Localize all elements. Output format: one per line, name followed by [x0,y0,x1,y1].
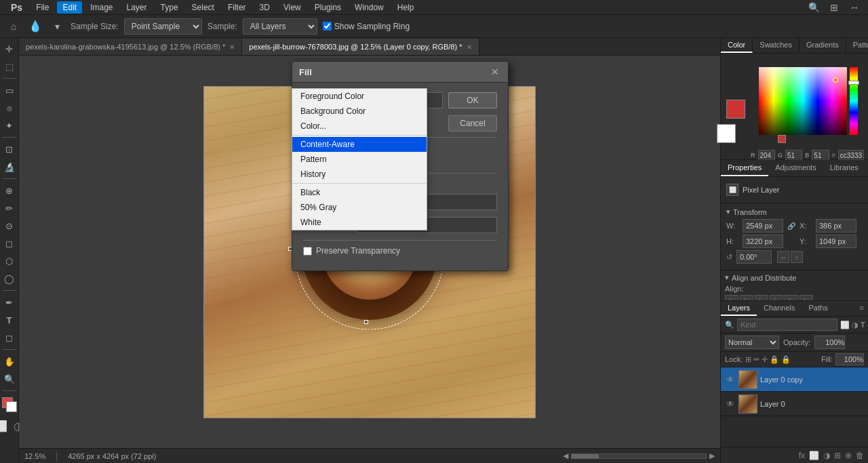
r-value[interactable]: 204 [758,150,775,161]
layer-vis-1[interactable]: 👁 [725,399,736,409]
dropdown-pattern[interactable]: Pattern [292,152,427,167]
layer-mask-btn[interactable]: ⬜ [809,451,819,460]
menu-view[interactable]: View [278,1,307,14]
libraries-tab[interactable]: Libraries [823,160,865,176]
adjustments-tab[interactable]: Adjustments [768,160,823,176]
move-tool[interactable]: ✛ [1,41,18,57]
magic-wand-tool[interactable]: ✦ [1,117,18,134]
x-input[interactable] [816,219,856,233]
foreground-background-colors[interactable] [2,397,17,412]
layer-adjustment-btn[interactable]: ◑ [823,451,830,460]
flip-v-btn[interactable]: ↕ [791,251,803,263]
layer-item-1[interactable]: 👁 Layer 0 [721,392,868,416]
layer-group-btn[interactable]: ⊞ [834,451,841,460]
window-controls-icon[interactable]: ↔ [846,0,863,16]
align-top-btn[interactable]: ⬛ [770,295,783,300]
paint-bucket-tool[interactable]: ⬡ [1,253,18,269]
dropdown-white[interactable]: White [292,215,427,230]
link-proportions-icon[interactable]: 🔗 [787,222,795,230]
brush-tool[interactable]: ✏ [1,200,18,216]
lock-transparency-icon[interactable]: ⊞ [745,355,751,364]
dropdown-foreground[interactable]: Foreground Color [292,89,427,104]
menu-file[interactable]: File [31,1,54,14]
pen-tool[interactable]: ✒ [1,294,18,310]
tab-1[interactable]: pexels-karolina-grabowska-4195613.jpg @ … [19,39,242,55]
lock-position-icon[interactable]: ✛ [762,355,768,364]
ok-button[interactable]: OK [448,92,497,108]
align-right-btn[interactable]: ⬛ [755,295,768,300]
layer-item-0[interactable]: 👁 Layer 0 copy [721,367,868,392]
angle-input[interactable] [736,250,772,264]
menu-help[interactable]: Help [392,1,420,14]
align-distribute-header[interactable]: ▾ Align and Distribute [725,273,864,282]
shape-tool[interactable]: ◻ [1,329,18,346]
transform-header[interactable]: ▾ Transform [726,207,863,216]
lock-pixels-icon[interactable]: ✏ [753,355,760,364]
menu-image[interactable]: Image [85,1,118,14]
dropdown-content-aware[interactable]: Content-Aware [292,137,427,152]
blend-mode-select[interactable]: Normal Multiply Screen [725,336,779,349]
search-icon[interactable]: 🔍 [806,0,822,16]
hand-tool[interactable]: ✋ [1,353,18,369]
tab-1-close[interactable]: ✕ [229,43,235,51]
marquee-tool[interactable]: ▭ [1,82,18,98]
hex-value[interactable]: cc3333 [838,150,864,161]
dropdown-black[interactable]: Black [292,185,427,200]
menu-filter[interactable]: Filter [222,1,252,14]
w-input[interactable] [743,219,783,233]
scroll-left-btn[interactable]: ◀ [563,451,568,460]
layers-filter-input[interactable] [737,319,837,331]
layer-fx-btn[interactable]: fx [799,451,805,460]
dropdown-background[interactable]: Background Color [292,104,427,119]
eyedropper-tool-icon[interactable]: 💧 [27,18,43,35]
menu-ps[interactable]: Ps [5,1,28,14]
sample-size-select[interactable]: Point Sample 3 by 3 Average 5 by 5 Avera… [124,18,202,35]
text-tool[interactable]: T [1,312,18,328]
cancel-button[interactable]: Cancel [448,115,497,132]
menu-plugins[interactable]: Plugins [309,1,347,14]
align-bottom-btn[interactable]: ⬛ [800,295,813,300]
tab-2-close[interactable]: ✕ [467,43,472,51]
layers-tab[interactable]: Layers [721,301,757,316]
background-color[interactable] [6,401,17,412]
artboard-tool[interactable]: ⬚ [1,58,18,75]
patterns-tab[interactable]: Patterns [846,38,868,53]
home-icon[interactable]: ⌂ [5,18,22,35]
align-center-h-btn[interactable]: ⬛ [740,295,753,300]
filter-adjust-icon[interactable]: ◑ [852,321,859,329]
crop-tool[interactable]: ⊡ [1,141,18,157]
channels-tab[interactable]: Channels [757,301,802,316]
mask-icon[interactable]: ⬜ [0,418,9,434]
fill-input[interactable] [835,353,864,365]
background-swatch[interactable] [717,124,736,143]
layer-delete-btn[interactable]: 🗑 [856,451,864,460]
arrange-icon[interactable]: ⊞ [826,0,842,16]
dodge-tool[interactable]: ◯ [1,270,18,287]
layers-panel-menu[interactable]: ≡ [856,301,868,316]
opacity-input[interactable] [814,336,845,349]
filter-pixel-icon[interactable]: ⬜ [840,321,850,329]
layer-new-btn[interactable]: ⊕ [845,451,852,460]
filter-type-icon[interactable]: T [861,321,865,329]
show-sampling-ring-checkbox[interactable]: Show Sampling Ring [323,22,410,31]
align-left-btn[interactable]: ⬛ [725,295,738,300]
menu-3d[interactable]: 3D [254,1,275,14]
y-input[interactable] [816,235,856,248]
contents-dropdown[interactable]: Foreground Color Background Color Color.… [292,88,427,230]
web-safe-icon[interactable] [778,135,786,143]
properties-tab[interactable]: Properties [721,160,768,176]
menu-window[interactable]: Window [349,1,389,14]
scroll-right-btn[interactable]: ▶ [709,451,715,460]
g-value[interactable]: 51 [785,150,802,161]
b-value[interactable]: 51 [812,150,829,161]
gradients-tab[interactable]: Gradients [800,38,846,53]
paths-tab[interactable]: Paths [802,301,835,316]
color-tab[interactable]: Color [721,38,753,53]
lock-artboard-icon[interactable]: 🔒 [770,355,779,364]
menu-edit[interactable]: Edit [57,1,82,14]
sample-select[interactable]: All Layers Current Layer [243,18,317,35]
eyedropper-dropdown-arrow[interactable]: ▾ [49,18,65,35]
preserve-transparency-checkbox[interactable] [303,247,312,256]
dropdown-color[interactable]: Color... [292,119,427,134]
eraser-tool[interactable]: ◻ [1,235,18,251]
